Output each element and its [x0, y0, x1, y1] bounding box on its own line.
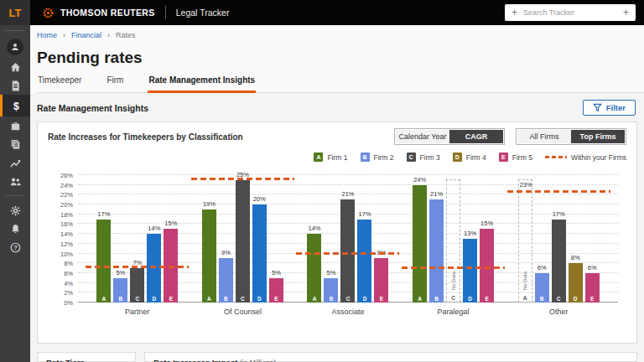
filter-button-label: Filter: [606, 103, 626, 112]
sidebar-divider: [5, 30, 25, 31]
bar-value-label: 5%: [272, 269, 281, 277]
category-label: Associate: [307, 308, 388, 316]
news-icon[interactable]: [0, 135, 30, 153]
category-label: Partner: [96, 308, 178, 316]
tab-timekeeper[interactable]: Timekeeper: [37, 75, 82, 93]
bar-group-other: No DataA6%B17%C8%D6%E23%Other: [518, 175, 600, 303]
product-name: Legal Tracker: [176, 8, 230, 18]
help-icon[interactable]: ?: [0, 238, 30, 256]
bar-letter: B: [324, 296, 338, 302]
bar-d: 20%D: [252, 204, 267, 303]
rate-tiers-card: Rate Tiers 1: [37, 352, 136, 362]
legend-swatch: C: [407, 153, 416, 162]
alerts-icon[interactable]: [0, 220, 30, 238]
y-axis-tick: 6%: [49, 269, 73, 277]
legend-label: Firm 4: [466, 153, 486, 162]
bar-letter: A: [96, 296, 111, 302]
y-axis-tick: 26%: [49, 172, 73, 179]
contacts-icon[interactable]: [0, 172, 30, 190]
y-axis-tick: 0%: [49, 299, 73, 307]
toggle-group-0: Calendar YearCAGR: [394, 128, 505, 145]
bar-letter: A: [307, 296, 321, 302]
plot-wrap: 0%2%4%6%8%10%12%14%16%18%20%22%24%26%17%…: [48, 175, 621, 303]
breadcrumb-item-financial[interactable]: Financial: [71, 31, 101, 39]
breadcrumb-item-rates: Rates: [116, 31, 136, 39]
y-axis-tick: 10%: [49, 250, 73, 257]
bar-letter: C: [130, 296, 144, 302]
bar-letter: D: [147, 296, 161, 302]
bar-no-data: No DataA: [518, 179, 532, 303]
bar-value-label: 14%: [148, 225, 160, 232]
toggle-option-calendar-year[interactable]: Calendar Year: [396, 130, 449, 143]
breadcrumb-item-home[interactable]: Home: [37, 31, 57, 39]
bar-letter: B: [535, 296, 549, 302]
bar-value-label: 24%: [413, 176, 426, 184]
bar-value-label: 8%: [571, 254, 580, 261]
app-logo: LT: [0, 0, 30, 25]
legend-label: Firm 2: [374, 153, 394, 162]
bar-e: 9%E: [374, 258, 388, 303]
settings-icon[interactable]: [0, 201, 30, 220]
funnel-icon: [593, 103, 602, 112]
svg-text:?: ?: [13, 244, 18, 251]
toggle-option-cagr[interactable]: CAGR: [449, 130, 503, 143]
bar-value-label: 17%: [553, 210, 565, 218]
bar-d: 13%D: [463, 239, 477, 303]
legend-item-c: CFirm 3: [407, 153, 440, 162]
chevron-right-icon: ›: [63, 31, 65, 39]
app-window: LT $? THOMSON REUTERS Legal Tracker + Se…: [0, 0, 644, 362]
billing-icon[interactable]: $: [0, 95, 30, 116]
plot-area: 0%2%4%6%8%10%12%14%16%18%20%22%24%26%17%…: [78, 175, 618, 303]
bar-value-label: 20%: [253, 195, 266, 203]
legend-label: Firm 5: [512, 153, 532, 162]
bar-value-label: 14%: [308, 225, 320, 232]
tab-bar: TimekeeperFirmRate Management Insights: [37, 75, 644, 93]
y-axis-tick: 12%: [49, 240, 73, 247]
chart-title: Rate Increases for Timekeepers by Classi…: [48, 132, 243, 142]
bar-letter: B: [429, 296, 444, 302]
toggle-option-top-firms[interactable]: Top Firms: [571, 130, 625, 143]
page-header-strip: Home›Financial›Rates Pending rates Timek…: [30, 25, 644, 93]
bar-letter: C: [236, 296, 250, 302]
chart-legend: AFirm 1BFirm 2CFirm 3DFirm 4EFirm 5Withi…: [48, 153, 626, 162]
documents-icon[interactable]: [0, 76, 30, 95]
tab-rate-management-insights[interactable]: Rate Management Insights: [148, 75, 256, 93]
toggle-groups: Calendar YearCAGRAll FirmsTop Firms: [394, 128, 626, 145]
benchmark-value-label: 23%: [520, 181, 532, 189]
section-header-row: Rate Management Insights Filter: [37, 93, 637, 122]
bar-group-associate: 14%A5%B21%C17%D9%EAssociate: [307, 175, 388, 303]
matters-icon[interactable]: [0, 116, 30, 135]
y-axis-tick: 2%: [49, 289, 73, 297]
plus-icon[interactable]: +: [623, 8, 629, 18]
search-placeholder: Search Tracker: [523, 8, 574, 17]
analytics-icon[interactable]: [0, 153, 30, 172]
section-title: Rate Management Insights: [37, 103, 148, 113]
bar-value-label: 17%: [358, 210, 371, 218]
bar-letter: A: [413, 296, 427, 302]
bar-value-label: 15%: [480, 220, 493, 227]
bar-value-label: 21%: [430, 190, 443, 198]
legend-swatch: E: [499, 153, 508, 162]
sidebar-icons-mount: $?: [0, 36, 30, 256]
bar-a: 24%A: [413, 185, 427, 303]
bar-e: 5%E: [269, 278, 283, 303]
bar-a: 19%A: [202, 209, 216, 303]
home-icon[interactable]: [0, 58, 30, 76]
bar-letter: D: [463, 296, 477, 302]
bar-value-label: 19%: [203, 200, 216, 208]
bar-letter: E: [585, 296, 600, 302]
impact-title-subtitle: (in Millions): [240, 359, 276, 362]
bar-value-label: 17%: [97, 210, 110, 218]
bottom-row: Rate Tiers 1 Rate Increases Impact (in M…: [37, 352, 637, 362]
content-area: Rate Management Insights Filter Rate Inc…: [30, 93, 644, 362]
filter-button[interactable]: Filter: [583, 100, 636, 116]
search-input[interactable]: + Search Tracker +: [505, 4, 636, 21]
user-icon[interactable]: [0, 36, 30, 58]
bar-c: 25%C: [236, 180, 250, 303]
bar-value-label: 9%: [221, 249, 231, 256]
tab-firm[interactable]: Firm: [106, 75, 124, 93]
bar-c: 21%C: [340, 199, 355, 303]
dashed-line-icon: [545, 156, 567, 158]
toggle-option-all-firms[interactable]: All Firms: [517, 130, 571, 143]
bar-value-label: 15%: [164, 220, 177, 227]
